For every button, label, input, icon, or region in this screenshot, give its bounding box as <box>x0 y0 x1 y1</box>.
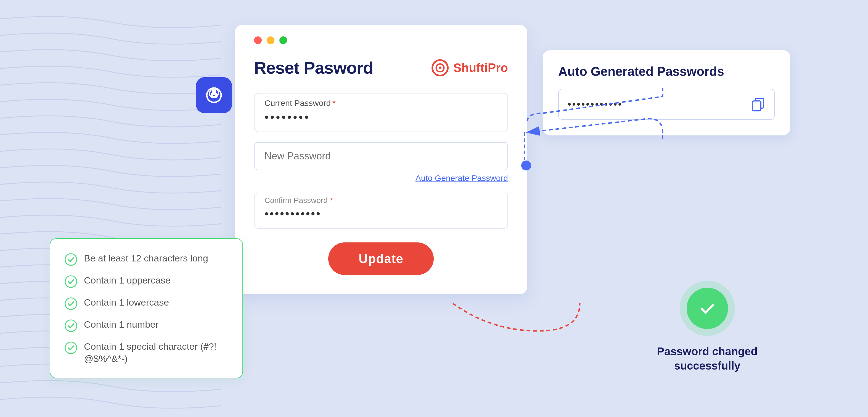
svg-point-2 <box>213 95 215 96</box>
shufti-logo-icon <box>431 59 449 77</box>
copy-icon[interactable] <box>751 97 765 111</box>
minimize-dot[interactable] <box>267 36 274 44</box>
success-message: Password changed successfully <box>657 344 757 373</box>
svg-point-12 <box>65 298 77 309</box>
svg-point-10 <box>65 254 77 265</box>
current-password-field: Current Password* <box>254 93 508 132</box>
current-password-input[interactable] <box>265 111 497 124</box>
req-text-lowercase: Contain 1 lowercase <box>84 296 169 308</box>
current-password-label: Current Password* <box>265 99 497 108</box>
check-icon-number <box>65 319 77 332</box>
check-icon-special <box>65 341 77 354</box>
auto-generate-link[interactable]: Auto Generate Password <box>415 173 508 182</box>
success-circle-outer <box>680 281 735 336</box>
req-item-number: Contain 1 number <box>65 318 228 332</box>
auto-generated-passwords-card: Auto Generated Passwords •••••••••••• <box>542 50 791 136</box>
requirements-card: Be at least 12 characters long Contain 1… <box>50 238 243 378</box>
card-title: Reset Pasword <box>254 58 373 77</box>
svg-point-13 <box>65 320 77 332</box>
req-item-special: Contain 1 special character (#?! @$%^&*-… <box>65 340 228 364</box>
reset-password-card: Reset Pasword ShuftiPro Current Password… <box>235 25 527 294</box>
req-item-uppercase: Contain 1 uppercase <box>65 274 228 288</box>
close-dot[interactable] <box>254 36 262 44</box>
confirm-password-field: Confirm Password * ••••••••••• <box>254 193 508 229</box>
success-circle-inner <box>687 288 728 329</box>
lock-badge <box>196 77 232 113</box>
new-password-input[interactable] <box>265 150 497 162</box>
svg-rect-9 <box>753 101 761 111</box>
window-controls <box>254 36 287 44</box>
req-item-lowercase: Contain 1 lowercase <box>65 296 228 310</box>
logo: ShuftiPro <box>431 59 508 77</box>
auto-gen-input-row: •••••••••••• <box>558 89 775 120</box>
svg-point-14 <box>65 342 77 354</box>
check-icon-length <box>65 253 77 266</box>
auto-gen-password-value: •••••••••••• <box>568 99 745 110</box>
auto-generate-link-container: Auto Generate Password <box>254 173 508 183</box>
req-text-special: Contain 1 special character (#?! @$%^&*-… <box>84 340 228 364</box>
req-text-length: Be at least 12 characters long <box>84 252 208 264</box>
req-item-length: Be at least 12 characters long <box>65 252 228 266</box>
lock-icon <box>204 85 224 105</box>
success-checkmark-icon <box>696 297 718 319</box>
confirm-password-label: Confirm Password * <box>265 196 497 205</box>
logo-text: ShuftiPro <box>453 61 508 75</box>
update-button[interactable]: Update <box>328 242 434 275</box>
card-header: Reset Pasword ShuftiPro <box>254 58 508 77</box>
maximize-dot[interactable] <box>279 36 287 44</box>
check-icon-uppercase <box>65 275 77 288</box>
confirm-password-value: ••••••••••• <box>265 207 497 220</box>
svg-point-11 <box>65 276 77 287</box>
auto-gen-title: Auto Generated Passwords <box>558 64 775 79</box>
req-text-number: Contain 1 number <box>84 318 158 331</box>
new-password-field <box>254 142 508 170</box>
check-icon-lowercase <box>65 297 77 310</box>
req-text-uppercase: Contain 1 uppercase <box>84 274 170 286</box>
success-section: Password changed successfully <box>657 281 757 373</box>
svg-point-7 <box>439 66 441 69</box>
